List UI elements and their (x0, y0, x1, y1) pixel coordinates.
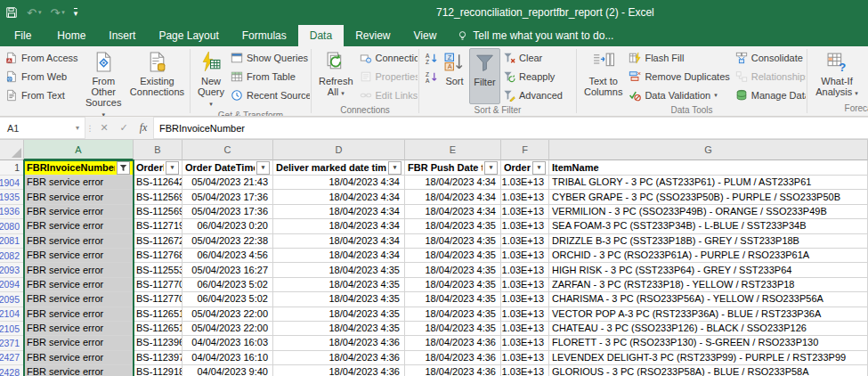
filter-dropdown-button[interactable]: ▾ (484, 161, 498, 175)
column-header-g[interactable]: G (549, 140, 868, 160)
cell-g[interactable]: DRIZZLE B-3 PC (SST233P18B) - GREY / SST… (549, 234, 868, 249)
cell-f[interactable]: 1.03E+13 (501, 176, 549, 190)
cell-e[interactable]: 18/04/2023 4:34 (405, 176, 501, 190)
cell-e[interactable]: 18/04/2023 4:35 (405, 249, 501, 263)
cell-g[interactable]: LEVENDEX DELIGHT-3 PC (RST233P99) - PURP… (549, 351, 868, 365)
tab-home[interactable]: Home (45, 25, 97, 46)
connections-button[interactable]: Connections (357, 49, 418, 67)
cell-f[interactable]: 1.03E+13 (501, 234, 549, 249)
row-header[interactable]: 1935 (0, 190, 24, 204)
tell-me-box[interactable]: Tell me what you want to do... (457, 25, 613, 46)
cell-g[interactable]: SEA FOAM-3 PC (SST233P34B) - L-BLUE / SS… (549, 219, 868, 233)
cell-c[interactable]: 05/04/2023 17:36 (183, 190, 273, 204)
from-web-button[interactable]: From Web (3, 68, 81, 86)
row-header[interactable]: 2371 (0, 336, 24, 350)
new-query-button[interactable]: New Query ▾ (194, 48, 228, 110)
cell-f[interactable]: 1.03E+13 (501, 190, 549, 204)
cell-e[interactable]: 18/04/2023 4:34 (405, 205, 501, 219)
cell-e[interactable]: 18/04/2023 4:35 (405, 263, 501, 277)
column-header-a[interactable]: A (24, 140, 134, 160)
cell-e[interactable]: 18/04/2023 4:35 (405, 234, 501, 249)
row-header[interactable]: 2094 (0, 278, 24, 292)
select-all-button[interactable] (0, 140, 24, 160)
column-header-b[interactable]: B (134, 140, 183, 160)
cell-d[interactable]: 18/04/2023 4:34 (273, 219, 405, 233)
enter-icon[interactable]: ✓ (114, 117, 134, 139)
cell-f[interactable]: 1.03E+13 (501, 292, 549, 307)
filter-dropdown-button[interactable]: ▾ (166, 161, 179, 175)
cell-a[interactable]: FBR service error (24, 278, 134, 292)
cell-g[interactable]: HIGH RISK - 3 PC (SST233P64) - GREY / SS… (549, 263, 868, 277)
cell-g[interactable]: GLORIOUS - 3 PC (RSO233P58A) - BLUE / RS… (549, 365, 868, 376)
data-validation-button[interactable]: Data Validation ▾ (626, 86, 732, 104)
cell-f1-order-t[interactable]: Order t ▾ (501, 160, 549, 176)
cell-e1-fbr-push-date[interactable]: FBR Push Date tim ▾ (405, 160, 501, 176)
from-access-button[interactable]: From Access (3, 49, 81, 67)
cell-f[interactable]: 1.03E+13 (501, 263, 549, 277)
sort-button[interactable]: Sort (440, 48, 469, 104)
cell-f[interactable]: 1.03E+13 (501, 351, 549, 365)
row-header[interactable]: 2095 (0, 292, 24, 307)
cell-c[interactable]: 05/04/2023 22:00 (183, 307, 273, 322)
cell-e[interactable]: 18/04/2023 4:34 (405, 190, 501, 204)
tab-formulas[interactable]: Formulas (231, 25, 298, 46)
cell-c[interactable]: 04/04/2023 16:10 (183, 351, 273, 365)
cell-b[interactable]: BS-112719 (134, 219, 183, 233)
cell-a[interactable]: FBR service error (24, 176, 134, 190)
cell-f[interactable]: 1.03E+13 (501, 307, 549, 322)
consolidate-button[interactable]: Consolidate (733, 49, 806, 67)
name-box[interactable]: A1 ▾ (0, 117, 85, 139)
row-header[interactable]: 2082 (0, 249, 24, 263)
cell-d1-deliver-marked[interactable]: Deliver marked date time ▾ (273, 160, 405, 176)
cell-g[interactable]: VECTOR POP A-3 PC (RST233P36A) - BLUE / … (549, 307, 868, 322)
filter-button[interactable]: Filter (469, 48, 500, 104)
cell-a[interactable]: FBR service error (24, 351, 134, 365)
reapply-button[interactable]: Reapply (500, 68, 565, 86)
text-to-columns-button[interactable]: Text to Columns (580, 48, 626, 104)
advanced-filter-button[interactable]: Advanced (500, 86, 565, 104)
cell-b[interactable]: BS-112569 (134, 205, 183, 219)
from-text-button[interactable]: From Text (3, 86, 81, 104)
cell-e[interactable]: 18/04/2023 4:35 (405, 322, 501, 336)
cell-b1-orderid[interactable]: OrderId ▾ (134, 160, 183, 176)
cell-a[interactable]: FBR service error (24, 365, 134, 376)
cell-g[interactable]: ZARFAN - 3 PC (RST233P18) - YELLOW / RST… (549, 278, 868, 292)
cell-c[interactable]: 04/04/2023 9:40 (183, 365, 273, 376)
row-header[interactable]: 2427 (0, 351, 24, 365)
cell-c[interactable]: 06/04/2023 0:20 (183, 219, 273, 233)
filter-dropdown-button[interactable]: ▾ (532, 161, 546, 175)
tab-page-layout[interactable]: Page Layout (147, 25, 230, 46)
cell-b[interactable]: BS-112396 (134, 336, 183, 350)
tab-review[interactable]: Review (344, 25, 402, 46)
tab-view[interactable]: View (402, 25, 449, 46)
filter-applied-button[interactable] (117, 161, 130, 175)
cell-c[interactable]: 06/04/2023 4:56 (183, 249, 273, 263)
qat-customize-icon[interactable]: ▾ (74, 8, 78, 18)
cell-c[interactable]: 06/04/2023 5:02 (183, 292, 273, 307)
cell-b[interactable]: BS-112642 (134, 176, 183, 190)
column-header-f[interactable]: F (501, 140, 549, 160)
cell-a[interactable]: FBR service error (24, 322, 134, 336)
tab-insert[interactable]: Insert (97, 25, 147, 46)
forecast-sheet-button[interactable]: Forecast Sheet (863, 48, 868, 102)
cell-g[interactable]: FLORETT - 3 PC (RSO233P130) - S-GREEN / … (549, 336, 868, 350)
cell-a[interactable]: FBR service error (24, 336, 134, 350)
cell-d[interactable]: 18/04/2023 4:34 (273, 205, 405, 219)
formula-bar-handle[interactable]: ⋮ (85, 117, 94, 139)
cell-b[interactable]: BS-112553 (134, 263, 183, 277)
undo-icon[interactable]: ↶▾ (27, 7, 41, 19)
cell-d[interactable]: 18/04/2023 4:35 (273, 307, 405, 322)
cell-c[interactable]: 05/04/2023 16:27 (183, 263, 273, 277)
cell-d[interactable]: 18/04/2023 4:36 (273, 365, 405, 376)
formula-input[interactable]: FBRInvoiceNumber (153, 117, 868, 139)
row-header[interactable]: 2081 (0, 234, 24, 249)
cell-b[interactable]: BS-112651 (134, 322, 183, 336)
cell-c1-order-datetime[interactable]: Order DateTime ▾ (183, 160, 273, 176)
row-header-1[interactable]: 1 (0, 160, 24, 176)
remove-duplicates-button[interactable]: Remove Duplicates (626, 68, 732, 86)
cell-b[interactable]: BS-112672 (134, 234, 183, 249)
cell-g[interactable]: TRIBAL GLORY - 3 PC (AST233P61) - PLUM /… (549, 176, 868, 190)
what-if-analysis-button[interactable]: What-If Analysis ▾ (811, 48, 863, 102)
flash-fill-button[interactable]: Flash Fill (626, 49, 732, 67)
cell-a[interactable]: FBR service error (24, 292, 134, 307)
